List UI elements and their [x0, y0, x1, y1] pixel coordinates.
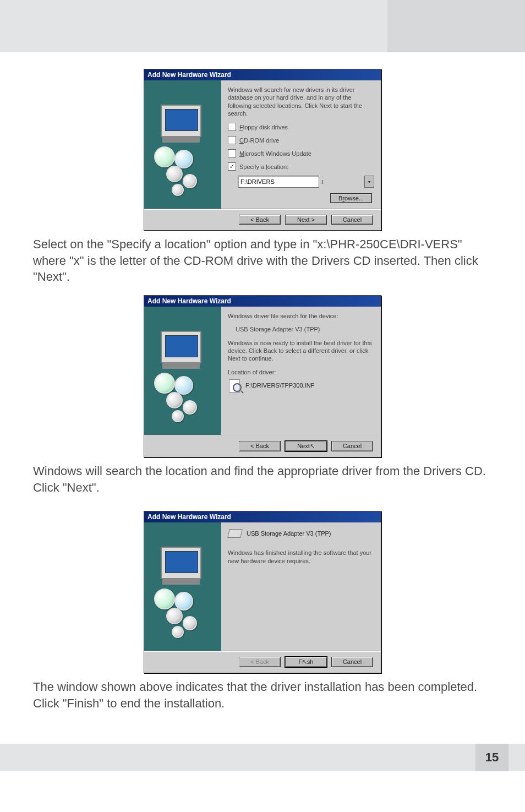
dialog-titlebar: Add New Hardware Wizard [144, 511, 381, 522]
text-caret-icon: I [321, 178, 324, 185]
dialog-intro-text: Windows will search for new drivers in i… [228, 86, 374, 117]
device-name-text: USB Storage Adapter V3 (TPP) [247, 530, 331, 537]
ms-update-checkbox[interactable] [228, 149, 236, 157]
next-button[interactable]: Next ↖ [285, 441, 327, 451]
finished-message-text: Windows has finished installing the soft… [228, 549, 374, 565]
dialog-titlebar: Add New Hardware Wizard [144, 69, 381, 80]
specify-location-checkbox[interactable] [228, 162, 236, 171]
wizard-dialog-search: Add New Hardware Wizard Windows will sea… [144, 69, 381, 231]
cdrom-label: CD-ROM drive [239, 137, 279, 144]
back-button[interactable]: < Back [239, 441, 281, 451]
finish-button[interactable]: Fi↖sh [285, 657, 327, 667]
floppy-label: Floppy disk drives [239, 124, 288, 130]
caption-2: Windows will search the location and fin… [33, 463, 492, 495]
page-content: Add New Hardware Wizard Windows will sea… [0, 52, 525, 744]
specify-location-label: Specify a location: [239, 164, 288, 170]
search-header-text: Windows driver file search for the devic… [228, 312, 374, 320]
cdrom-checkbox[interactable] [228, 136, 236, 144]
wizard-dialog-ready: Add New Hardware Wizard Windows driver f… [144, 295, 381, 457]
wizard-dialog-finished: Add New Hardware Wizard USB Storage Adap… [144, 511, 381, 673]
page-footer: 15 [0, 744, 525, 771]
wizard-side-graphic [144, 307, 221, 435]
location-dropdown-button[interactable]: ▾ [364, 176, 374, 188]
floppy-checkbox[interactable] [228, 123, 236, 131]
driver-location-text: F:\DRIVERS\TPP300.INF [245, 382, 314, 389]
dialog-titlebar: Add New Hardware Wizard [144, 296, 381, 307]
page-header-strip [0, 0, 525, 52]
device-name-text: USB Storage Adapter V3 (TPP) [236, 325, 374, 333]
back-button[interactable]: < Back [239, 215, 281, 225]
cancel-button[interactable]: Cancel [331, 657, 373, 667]
caption-1: Select on the "Specify a location" optio… [33, 236, 492, 285]
inf-file-icon [228, 378, 242, 393]
page-header-accent [387, 0, 525, 52]
browse-button[interactable]: Browse... [330, 193, 372, 203]
next-button[interactable]: Next > [285, 215, 327, 225]
page-number: 15 [485, 750, 499, 765]
back-button-disabled: < Back [239, 657, 281, 667]
wizard-side-graphic [144, 522, 221, 651]
cancel-button[interactable]: Cancel [331, 441, 373, 451]
caption-3: The window shown above indicates that th… [33, 679, 492, 711]
cursor-arrow-icon: ↖ [302, 658, 307, 665]
ms-update-label: Microsoft Windows Update [239, 150, 311, 157]
ready-message-text: Windows is now ready to install the best… [228, 339, 374, 363]
hardware-card-icon [228, 528, 242, 539]
page-number-box: 15 [475, 744, 508, 771]
wizard-side-graphic [144, 80, 221, 209]
cancel-button[interactable]: Cancel [331, 215, 373, 225]
cursor-arrow-icon: ↖ [310, 443, 315, 449]
location-path-input[interactable] [238, 176, 319, 188]
location-label: Location of driver: [228, 368, 374, 376]
